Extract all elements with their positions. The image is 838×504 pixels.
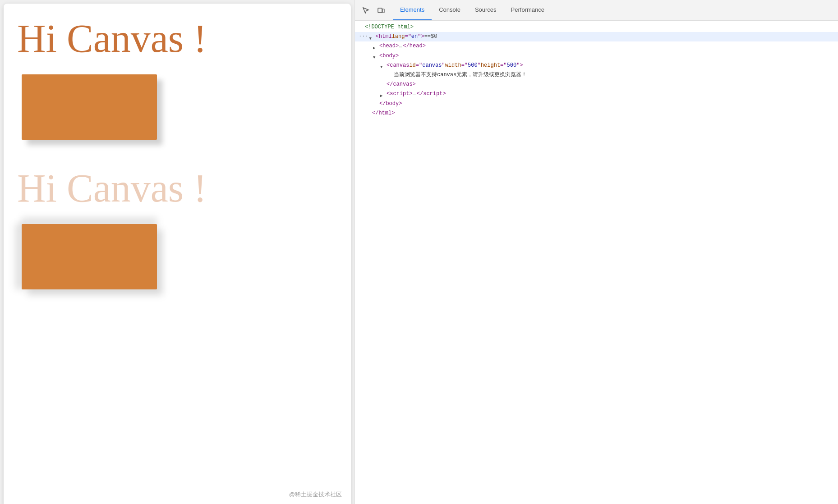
canvas-rect-wrapper-2 <box>22 224 157 289</box>
canvas-triangle[interactable] <box>380 63 386 68</box>
devtools-panel: Elements Console Sources Performance <!D… <box>355 0 838 504</box>
doctype-text: <!DOCTYPE html> <box>365 23 414 32</box>
tab-console[interactable]: Console <box>432 0 468 20</box>
body-triangle[interactable] <box>373 53 378 59</box>
body-close-tag: </body> <box>379 100 402 108</box>
devtools-tabs: Elements Console Sources Performance <box>393 0 552 20</box>
tab-sources[interactable]: Sources <box>468 0 504 20</box>
body-open-line[interactable]: <body> <box>355 51 838 61</box>
body-close-line: </body> <box>355 99 838 109</box>
tab-performance[interactable]: Performance <box>504 0 552 20</box>
canvas-text-line: 当前浏览器不支持canvas元素，请升级或更换浏览器！ <box>355 70 838 80</box>
html-triangle[interactable] <box>369 34 375 40</box>
doctype-line: <!DOCTYPE html> <box>355 23 838 32</box>
canvas-rect-1 <box>22 74 157 140</box>
html-close-tag: </html> <box>372 109 395 118</box>
head-triangle[interactable] <box>373 44 378 49</box>
script-triangle[interactable] <box>380 92 386 97</box>
html-close-line: </html> <box>355 109 838 118</box>
browser-viewport: Hi Canvas ! Hi Canvas ! @稀土掘金技术社区 <box>4 4 351 504</box>
script-line[interactable]: <script> … </script> <box>355 89 838 99</box>
devtools-dom-tree: <!DOCTYPE html> ··· <html lang =" en "> … <box>355 21 838 504</box>
inspect-element-icon[interactable] <box>359 3 373 18</box>
hi-canvas-text-ghost: Hi Canvas ! <box>17 167 337 211</box>
canvas-fallback-text: 当前浏览器不支持canvas元素，请升级或更换浏览器！ <box>394 71 527 79</box>
device-toolbar-icon[interactable] <box>374 3 388 18</box>
canvas-close-tag: </canvas> <box>387 80 416 89</box>
watermark: @稀土掘金技术社区 <box>289 490 342 499</box>
html-line[interactable]: ··· <html lang =" en "> == $0 <box>355 32 838 41</box>
devtools-toolbar: Elements Console Sources Performance <box>355 0 838 21</box>
canvas-open-line[interactable]: <canvas id =" canvas " width =" 500 " he… <box>355 61 838 70</box>
svg-rect-1 <box>382 9 384 13</box>
canvas-close-line: </canvas> <box>355 80 838 89</box>
hi-canvas-text-solid: Hi Canvas ! <box>17 17 337 61</box>
head-line[interactable]: <head> … </head> <box>355 41 838 51</box>
canvas-rect-2 <box>22 224 157 289</box>
tab-elements[interactable]: Elements <box>393 0 432 20</box>
svg-rect-0 <box>378 8 382 13</box>
canvas-rect-wrapper-1 <box>22 74 157 140</box>
